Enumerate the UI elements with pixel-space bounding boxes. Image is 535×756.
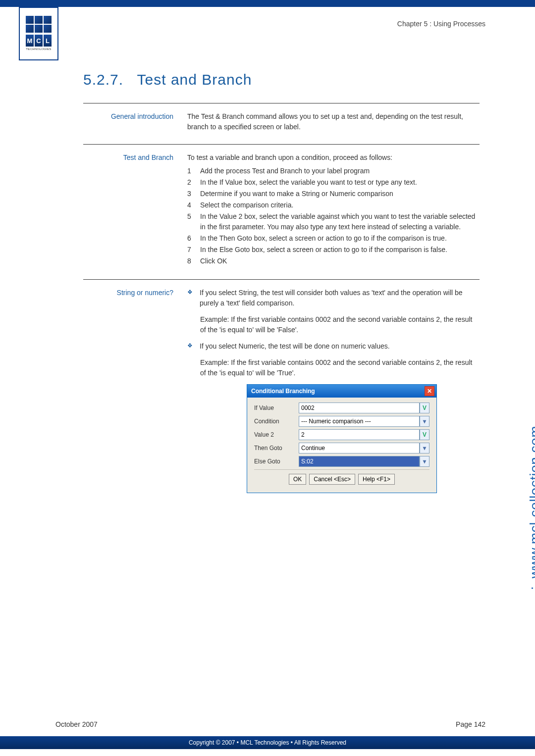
chevron-down-icon[interactable]: ▾ bbox=[420, 416, 429, 427]
select-condition[interactable] bbox=[299, 416, 420, 427]
var-picker-icon[interactable]: V bbox=[420, 403, 429, 413]
side-url: ⋮www.mcl-collection.com bbox=[527, 426, 535, 594]
footer: October 2007 Page 142 bbox=[55, 720, 485, 728]
block-steps: Test and Branch To test a variable and b… bbox=[83, 144, 480, 279]
label-steps: Test and Branch bbox=[83, 152, 187, 267]
bullet2-text: If you select Numeric, the test will be … bbox=[200, 341, 480, 352]
bullet-icon: ❖ bbox=[187, 288, 193, 308]
step-item: 2In the If Value box, select the variabl… bbox=[187, 177, 480, 188]
ok-button[interactable]: OK bbox=[289, 474, 306, 485]
footer-date: October 2007 bbox=[55, 720, 98, 728]
select-then-goto[interactable] bbox=[299, 443, 420, 454]
label-then-goto: Then Goto bbox=[254, 444, 299, 453]
section-title-text: Test and Branch bbox=[137, 71, 252, 88]
input-if-value[interactable] bbox=[299, 403, 420, 413]
dialog-conditional-branching: Conditional Branching ✕ If Value V Condi… bbox=[247, 384, 437, 493]
dots-icon: ⋮ bbox=[530, 582, 535, 594]
bullet1-text: If you select String, the test will cons… bbox=[200, 288, 480, 308]
block-intro: General introduction The Test & Branch c… bbox=[83, 103, 480, 144]
logo: M C L TECHNOLOGIES bbox=[19, 7, 58, 60]
cancel-button[interactable]: Cancel <Esc> bbox=[309, 474, 355, 485]
step-item: 8Click OK bbox=[187, 256, 480, 266]
label-condition: Condition bbox=[254, 417, 299, 426]
label-if-value: If Value bbox=[254, 403, 299, 412]
help-button[interactable]: Help <F1> bbox=[358, 474, 395, 485]
chapter-header: Chapter 5 : Using Processes bbox=[397, 20, 485, 28]
step-item: 4Select the comparison criteria. bbox=[187, 200, 480, 210]
close-icon[interactable]: ✕ bbox=[425, 386, 434, 396]
row-else-goto: Else Goto ▾ bbox=[254, 456, 429, 467]
top-bar bbox=[0, 0, 535, 7]
label-string-numeric: String or numeric? bbox=[83, 288, 187, 493]
logo-letters: M C L bbox=[26, 35, 52, 47]
example1: Example: If the first variable contains … bbox=[200, 314, 480, 335]
steps-lead: To test a variable and branch upon a con… bbox=[187, 152, 480, 163]
select-else-goto[interactable] bbox=[299, 456, 420, 467]
bullet-icon: ❖ bbox=[187, 341, 193, 352]
example2: Example: If the first variable contains … bbox=[200, 357, 480, 378]
steps-list: 1Add the process Test and Branch to your… bbox=[187, 166, 480, 266]
input-value2[interactable] bbox=[299, 429, 420, 440]
row-if-value: If Value V bbox=[254, 403, 429, 413]
row-then-goto: Then Goto ▾ bbox=[254, 443, 429, 454]
section-number: 5.2.7. bbox=[83, 71, 123, 88]
logo-tech-label: TECHNOLOGIES bbox=[26, 48, 51, 50]
section-heading: 5.2.7. Test and Branch bbox=[83, 71, 480, 88]
dialog-titlebar: Conditional Branching ✕ bbox=[247, 385, 436, 398]
block-string-numeric: String or numeric? ❖ If you select Strin… bbox=[83, 279, 480, 505]
dialog-title-text: Conditional Branching bbox=[251, 387, 315, 396]
row-condition: Condition ▾ bbox=[254, 416, 429, 427]
footer-page: Page 142 bbox=[456, 720, 485, 728]
step-item: 1Add the process Test and Branch to your… bbox=[187, 166, 480, 176]
step-item: 6In the Then Goto box, select a screen o… bbox=[187, 233, 480, 244]
text-intro: The Test & Branch command allows you to … bbox=[187, 111, 480, 132]
row-value2: Value 2 V bbox=[254, 429, 429, 440]
label-intro: General introduction bbox=[83, 111, 187, 132]
chevron-down-icon[interactable]: ▾ bbox=[420, 456, 429, 467]
step-item: 7In the Else Goto box, select a screen o… bbox=[187, 245, 480, 255]
var-picker-icon[interactable]: V bbox=[420, 429, 429, 440]
logo-squares bbox=[26, 16, 52, 33]
step-item: 5In the Value 2 box, select the variable… bbox=[187, 211, 480, 232]
step-item: 3Determine if you want to make a String … bbox=[187, 189, 480, 199]
chevron-down-icon[interactable]: ▾ bbox=[420, 443, 429, 454]
label-else-goto: Else Goto bbox=[254, 457, 299, 466]
copyright-bar: Copyright © 2007 • MCL Technologies • Al… bbox=[0, 736, 535, 749]
label-value2: Value 2 bbox=[254, 430, 299, 439]
